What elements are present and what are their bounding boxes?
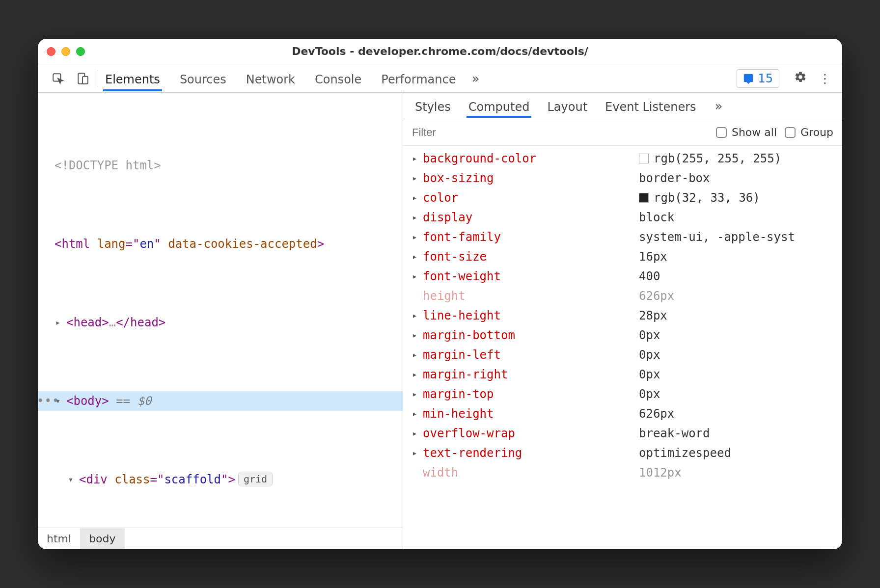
tab-sources[interactable]: Sources	[178, 66, 228, 91]
crumb-html[interactable]: html	[38, 528, 80, 549]
toolbar-divider	[98, 70, 98, 87]
computed-property[interactable]: ▸overflow-wrapbreak-word	[403, 424, 842, 443]
computed-property[interactable]: ▸text-renderingoptimizespeed	[403, 443, 842, 463]
tab-console[interactable]: Console	[313, 66, 363, 91]
dom-body-selected[interactable]: •••<body> == $0	[38, 391, 403, 411]
panel-tabs: Elements Sources Network Console Perform…	[103, 66, 458, 91]
tab-layout[interactable]: Layout	[545, 94, 589, 118]
tab-performance[interactable]: Performance	[379, 66, 458, 91]
computed-property[interactable]: ▸margin-top0px	[403, 384, 842, 404]
dom-scaffold[interactable]: <div class="scaffold">grid	[38, 470, 403, 489]
device-toolbar-icon[interactable]	[71, 69, 94, 88]
group-checkbox[interactable]: Group	[785, 126, 833, 138]
devtools-window: DevTools - developer.chrome.com/docs/dev…	[38, 39, 842, 549]
dom-doctype[interactable]: <!DOCTYPE html>	[38, 156, 403, 175]
issues-count: 15	[758, 72, 773, 85]
inspect-icon[interactable]	[47, 69, 69, 88]
tab-elements[interactable]: Elements	[103, 66, 162, 91]
computed-property[interactable]: ▸min-height626px	[403, 404, 842, 424]
computed-property[interactable]: ▸colorrgb(32, 33, 36)	[403, 188, 842, 208]
computed-property[interactable]: height626px	[403, 286, 842, 306]
tab-computed[interactable]: Computed	[467, 94, 532, 118]
computed-property[interactable]: ▸font-size16px	[403, 247, 842, 267]
elements-panel: <!DOCTYPE html> <html lang="en" data-coo…	[38, 93, 403, 549]
computed-property[interactable]: ▸margin-left0px	[403, 345, 842, 365]
more-tabs-icon[interactable]: »	[471, 71, 479, 86]
computed-property[interactable]: ▸displayblock	[403, 208, 842, 227]
computed-property[interactable]: ▸margin-bottom0px	[403, 325, 842, 345]
dom-head[interactable]: <head>…</head>	[38, 313, 403, 332]
breadcrumb: html body	[38, 528, 403, 549]
minimize-window-button[interactable]	[61, 47, 70, 56]
computed-property[interactable]: ▸box-sizingborder-box	[403, 168, 842, 188]
computed-properties[interactable]: ▸background-colorrgb(255, 255, 255)▸box-…	[403, 146, 842, 549]
tab-event-listeners[interactable]: Event Listeners	[603, 94, 698, 118]
computed-property[interactable]: ▸background-colorrgb(255, 255, 255)	[403, 149, 842, 168]
show-all-checkbox[interactable]: Show all	[716, 126, 777, 138]
computed-property[interactable]: ▸margin-right0px	[403, 365, 842, 384]
sidebar-tabs: Styles Computed Layout Event Listeners »	[403, 93, 842, 119]
filter-input[interactable]	[412, 126, 708, 139]
maximize-window-button[interactable]	[76, 47, 85, 56]
crumb-body[interactable]: body	[80, 528, 124, 549]
filter-row: Show all Group	[403, 119, 842, 146]
computed-property[interactable]: width1012px	[403, 463, 842, 482]
tab-styles[interactable]: Styles	[413, 94, 453, 118]
styles-sidebar: Styles Computed Layout Event Listeners »…	[403, 93, 842, 549]
computed-property[interactable]: ▸font-familysystem-ui, -apple-syst	[403, 227, 842, 247]
main-toolbar: Elements Sources Network Console Perform…	[38, 64, 842, 93]
close-window-button[interactable]	[47, 47, 55, 56]
main-split: <!DOCTYPE html> <html lang="en" data-coo…	[38, 93, 842, 549]
dom-tree[interactable]: <!DOCTYPE html> <html lang="en" data-coo…	[38, 93, 403, 528]
computed-property[interactable]: ▸line-height28px	[403, 306, 842, 325]
traffic-lights	[47, 47, 85, 56]
more-sidebar-tabs-icon[interactable]: »	[715, 99, 723, 113]
settings-icon[interactable]	[788, 68, 813, 89]
dom-html-open[interactable]: <html lang="en" data-cookies-accepted>	[38, 234, 403, 254]
titlebar: DevTools - developer.chrome.com/docs/dev…	[38, 39, 842, 64]
window-title: DevTools - developer.chrome.com/docs/dev…	[38, 45, 842, 57]
issues-badge[interactable]: 15	[737, 69, 779, 88]
svg-rect-2	[82, 76, 88, 83]
computed-property[interactable]: ▸font-weight400	[403, 267, 842, 286]
more-options-icon[interactable]: ⋮	[813, 68, 837, 89]
tab-network[interactable]: Network	[244, 66, 297, 91]
